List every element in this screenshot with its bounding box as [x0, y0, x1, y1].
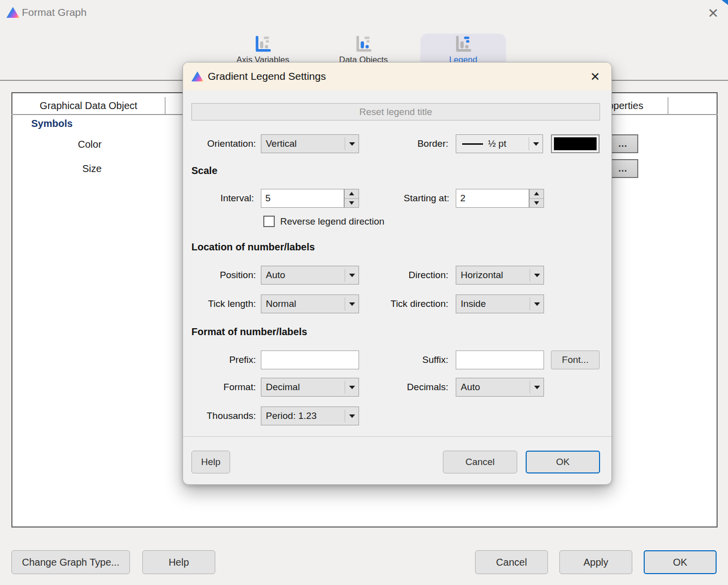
column-separator-1 [165, 97, 166, 114]
direction-label: Direction: [376, 266, 448, 285]
interval-label: Interval: [183, 189, 254, 208]
position-value: Auto [261, 270, 285, 281]
interval-stepper[interactable] [344, 189, 359, 208]
reverse-legend-label: Reverse legend direction [280, 216, 384, 227]
tick-length-dropdown[interactable]: Normal [261, 294, 359, 313]
prism-logo-icon [191, 71, 204, 82]
position-label: Position: [183, 266, 256, 285]
dialog-ok-button[interactable]: OK [526, 451, 600, 473]
starting-at-label: Starting at: [377, 189, 449, 208]
format-dropdown[interactable]: Decimal [261, 378, 359, 397]
chevron-down-icon [529, 142, 543, 146]
suffix-input[interactable] [456, 351, 544, 369]
spin-down-icon[interactable] [530, 199, 544, 208]
decimals-label: Decimals: [376, 378, 448, 397]
starting-at-stepper[interactable] [529, 189, 544, 208]
border-value: ½ pt [488, 138, 506, 149]
chevron-down-icon [345, 274, 359, 277]
border-label: Border: [376, 134, 448, 153]
prism-logo-icon [6, 6, 20, 19]
data-objects-icon[interactable] [354, 35, 373, 55]
tick-direction-dropdown[interactable]: Inside [456, 294, 544, 313]
chevron-down-icon [345, 302, 359, 306]
color-row-label[interactable]: Color [78, 139, 102, 150]
spin-down-icon[interactable] [345, 199, 359, 208]
position-dropdown[interactable]: Auto [261, 266, 359, 285]
legend-icon[interactable] [453, 35, 473, 55]
size-more-button[interactable]: ... [607, 159, 638, 178]
tick-length-value: Normal [261, 298, 296, 309]
column-header-graphical-data-object: Graphical Data Object [12, 97, 165, 115]
dialog-cancel-button[interactable]: Cancel [443, 451, 517, 473]
window-apply-button[interactable]: Apply [559, 550, 632, 574]
decimals-dropdown[interactable]: Auto [456, 378, 544, 397]
border-color-swatch[interactable] [551, 134, 600, 153]
window-ok-button[interactable]: OK [644, 550, 717, 574]
font-button[interactable]: Font... [551, 351, 600, 369]
thousands-label: Thousands: [183, 407, 256, 425]
thousands-dropdown[interactable]: Period: 1.23 [261, 407, 359, 425]
dialog-title: Gradient Legend Settings [208, 70, 326, 82]
chevron-down-icon [345, 386, 359, 389]
orientation-label: Orientation: [183, 134, 256, 153]
direction-value: Horizontal [456, 270, 503, 281]
chevron-down-icon [530, 274, 544, 277]
chevron-down-icon [530, 386, 544, 389]
suffix-label: Suffix: [376, 351, 448, 369]
dialog-titlebar: Gradient Legend Settings ✕ [183, 62, 611, 90]
border-thickness-dropdown[interactable]: ½ pt [456, 134, 543, 153]
prefix-label: Prefix: [183, 351, 256, 369]
color-more-button[interactable]: ... [607, 134, 638, 153]
gradient-legend-settings-dialog: Gradient Legend Settings ✕ Reset legend … [182, 62, 612, 485]
dialog-close-icon[interactable]: ✕ [586, 67, 605, 86]
scale-heading: Scale [191, 165, 217, 176]
window-help-button[interactable]: Help [142, 550, 215, 574]
window-cancel-button[interactable]: Cancel [475, 550, 548, 574]
cursor-artifact [722, 0, 728, 5]
tick-direction-value: Inside [456, 298, 486, 309]
footer-divider [183, 436, 612, 437]
dialog-help-button[interactable]: Help [191, 451, 230, 473]
tick-length-label: Tick length: [183, 294, 256, 313]
tick-direction-label: Tick direction: [376, 294, 448, 313]
format-value: Decimal [261, 382, 300, 393]
direction-dropdown[interactable]: Horizontal [456, 266, 544, 285]
decimals-value: Auto [456, 382, 480, 393]
interval-input[interactable] [261, 189, 344, 208]
reset-legend-title-button[interactable]: Reset legend title [191, 103, 600, 120]
orientation-dropdown[interactable]: Vertical [261, 134, 359, 153]
chevron-down-icon [530, 302, 544, 306]
chevron-down-icon [345, 142, 359, 146]
column-separator-2 [667, 97, 668, 114]
prefix-input[interactable] [261, 351, 359, 369]
size-row-label[interactable]: Size [82, 163, 102, 175]
location-heading: Location of number/labels [191, 241, 315, 253]
chevron-down-icon [345, 414, 359, 418]
window-title: Format Graph [22, 6, 87, 18]
orientation-value: Vertical [261, 138, 297, 149]
line-sample-icon [462, 143, 483, 145]
format-heading: Format of number/labels [191, 326, 307, 338]
spin-up-icon[interactable] [345, 189, 359, 198]
symbols-section-label[interactable]: Symbols [31, 118, 72, 129]
format-label: Format: [183, 378, 256, 397]
starting-at-input[interactable] [456, 189, 529, 208]
window-close-icon[interactable]: ✕ [703, 3, 723, 24]
axis-variables-icon[interactable] [253, 35, 273, 55]
thousands-value: Period: 1.23 [261, 410, 316, 421]
reverse-legend-checkbox[interactable] [263, 216, 275, 227]
change-graph-type-button[interactable]: Change Graph Type... [11, 550, 130, 574]
spin-up-icon[interactable] [530, 189, 544, 198]
